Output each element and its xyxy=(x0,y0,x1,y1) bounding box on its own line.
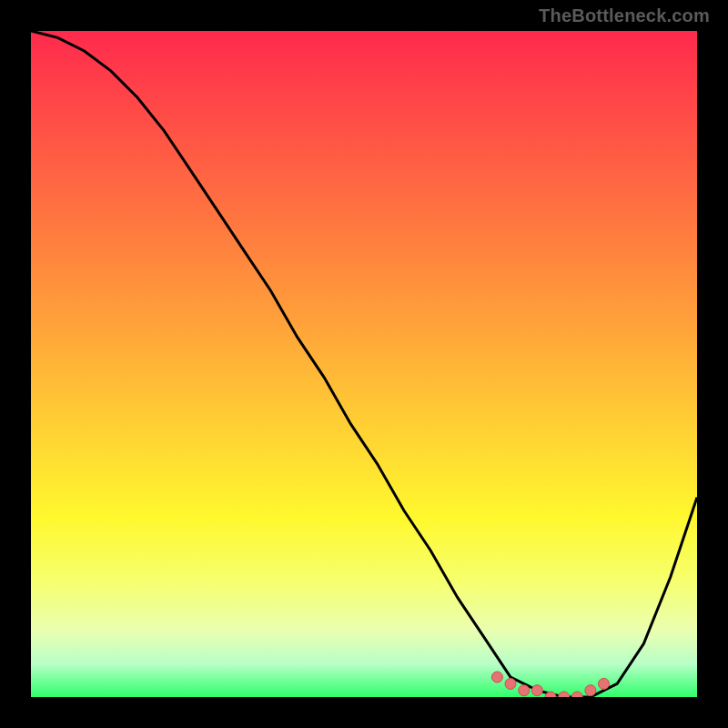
highlight-dot xyxy=(491,672,502,682)
chart-frame: TheBottleneck.com xyxy=(0,0,728,728)
highlight-dot xyxy=(599,678,610,689)
chart-svg xyxy=(31,31,697,697)
plot-area xyxy=(31,31,697,697)
highlight-dot xyxy=(571,692,582,697)
highlight-dot xyxy=(559,692,570,697)
highlight-dot xyxy=(585,685,596,696)
highlight-dot xyxy=(531,685,542,696)
highlight-dot xyxy=(505,678,516,689)
bottleneck-curve xyxy=(31,31,697,697)
watermark-text: TheBottleneck.com xyxy=(539,5,710,26)
highlight-dot xyxy=(519,685,530,696)
